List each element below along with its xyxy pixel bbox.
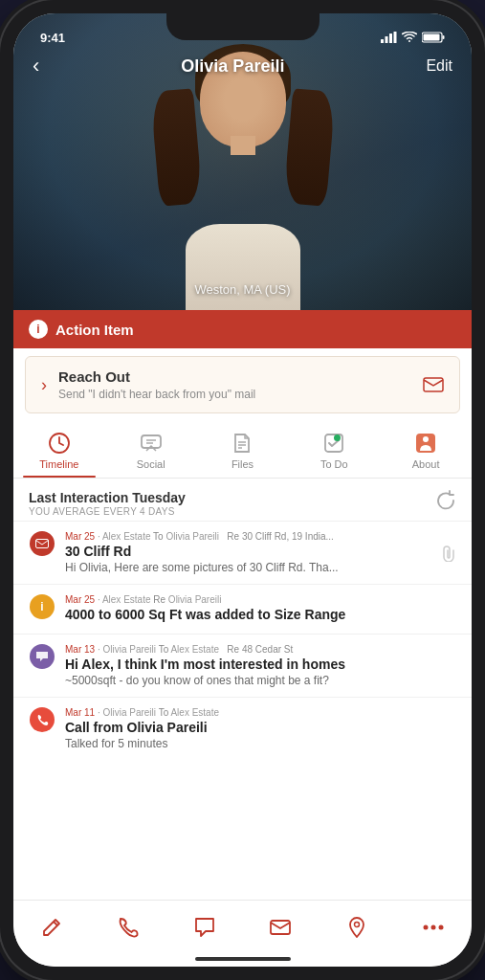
item-icon-col	[29, 707, 55, 750]
timeline-header: Last Interaction Tuesday YOU AVERAGE EVE…	[13, 479, 472, 521]
tab-social-icon	[139, 431, 164, 456]
timeline-item[interactable]: Mar 11 · Olivia Pareili To Alex Estate C…	[13, 697, 472, 760]
home-indicator	[195, 957, 291, 961]
tab-todo-icon	[321, 431, 346, 456]
hair-left	[149, 88, 202, 206]
contact-name-header: Olivia Pareili	[181, 56, 284, 77]
person-body	[186, 224, 300, 310]
message-button[interactable]	[186, 908, 224, 947]
svg-point-21	[424, 924, 429, 929]
item-meta: Mar 25 · Alex Estate To Olivia Pareili R…	[65, 531, 431, 542]
svg-rect-18	[36, 540, 49, 548]
timeline-item[interactable]: Mar 13 · Olivia Pareili To Alex Estate R…	[13, 634, 472, 697]
svg-rect-3	[394, 32, 397, 43]
item-content: Mar 25 · Alex Estate To Olivia Pareili R…	[65, 531, 431, 574]
svg-rect-2	[389, 33, 392, 43]
tab-timeline-label: Timeline	[39, 458, 78, 470]
average-frequency-label: YOU AVERAGE EVERY 4 DAYS	[29, 506, 186, 517]
item-body: Hi Olivia, Here are some pictures of 30 …	[65, 561, 431, 574]
item-body: ~5000sqft - do you know of ones that mig…	[65, 674, 456, 687]
svg-rect-5	[443, 35, 445, 39]
tab-timeline-icon	[47, 431, 72, 456]
wifi-icon	[402, 32, 417, 43]
info-icon: i	[30, 594, 55, 619]
hair-right	[282, 88, 335, 206]
svg-point-23	[439, 924, 444, 929]
item-body: Talked for 5 minutes	[65, 737, 456, 750]
tab-bar: Timeline Social	[13, 421, 472, 479]
item-meta: Mar 25 · Alex Estate Re Olivia Pareili	[65, 594, 456, 605]
svg-rect-1	[386, 36, 388, 43]
signal-icon	[381, 32, 397, 43]
item-content: Mar 13 · Olivia Pareili To Alex Estate R…	[65, 644, 456, 687]
tab-social[interactable]: Social	[105, 425, 197, 478]
tab-files[interactable]: Files	[197, 425, 289, 478]
call-button[interactable]	[109, 908, 147, 947]
tab-about[interactable]: About	[380, 425, 472, 478]
hero-nav: ‹ Olivia Pareili Edit	[13, 54, 472, 78]
attachment-icon	[441, 545, 456, 562]
timeline-item[interactable]: i Mar 25 · Alex Estate Re Olivia Pareili…	[13, 584, 472, 634]
item-icon-col	[29, 644, 55, 687]
status-icons	[381, 32, 445, 43]
status-time: 9:41	[40, 31, 65, 45]
item-content: Mar 25 · Alex Estate Re Olivia Pareili 4…	[65, 594, 456, 624]
last-interaction-label: Last Interaction Tuesday	[29, 490, 186, 505]
tab-social-label: Social	[137, 458, 165, 470]
action-mail-icon	[423, 377, 444, 392]
tab-active-indicator	[23, 476, 97, 478]
timeline-header-left: Last Interaction Tuesday YOU AVERAGE EVE…	[29, 490, 186, 517]
action-card-title: Reach Out	[58, 368, 411, 385]
tab-about-label: About	[412, 458, 440, 470]
item-meta: Mar 13 · Olivia Pareili To Alex Estate R…	[65, 644, 456, 655]
contact-location: Weston, MA (US)	[194, 282, 290, 297]
tab-todo[interactable]: To Do	[288, 425, 380, 478]
svg-point-17	[423, 436, 429, 442]
action-chevron-icon: ›	[41, 375, 47, 395]
person-neck	[231, 136, 255, 155]
hero-section: ‹ Olivia Pareili Edit Weston, MA (US)	[13, 13, 472, 310]
svg-rect-6	[424, 34, 440, 41]
svg-point-20	[355, 922, 360, 926]
refresh-button[interactable]	[435, 490, 456, 511]
action-card[interactable]: › Reach Out Send "I didn't hear back fro…	[25, 356, 460, 413]
action-card-subtitle: Send "I didn't hear back from you" mail	[58, 388, 411, 401]
hero-person	[147, 42, 339, 310]
action-card-content: Reach Out Send "I didn't hear back from …	[58, 368, 411, 401]
tab-about-icon	[413, 431, 438, 456]
action-info-icon: i	[29, 320, 48, 339]
item-icon-col	[29, 531, 55, 574]
tab-files-label: Files	[231, 458, 254, 470]
action-banner-label: Action Item	[55, 322, 134, 338]
tab-timeline[interactable]: Timeline	[13, 425, 105, 478]
tab-files-icon	[230, 431, 254, 456]
item-title: Call from Olivia Pareili	[65, 720, 456, 735]
battery-icon	[422, 32, 445, 43]
item-icon-col: i	[29, 594, 55, 624]
phone-icon	[30, 707, 55, 732]
email-button[interactable]	[261, 908, 299, 947]
svg-rect-0	[381, 39, 384, 43]
email-icon	[30, 531, 55, 556]
back-button[interactable]: ‹	[33, 54, 39, 78]
item-title: 4000 to 6000 Sq Ft was added to Size Ran…	[65, 607, 456, 622]
item-content: Mar 11 · Olivia Pareili To Alex Estate C…	[65, 707, 456, 750]
timeline-content: Last Interaction Tuesday YOU AVERAGE EVE…	[13, 479, 472, 836]
timeline-item[interactable]: Mar 25 · Alex Estate To Olivia Pareili R…	[13, 521, 472, 584]
phone-frame: 9:41	[0, 0, 485, 980]
item-meta: Mar 11 · Olivia Pareili To Alex Estate	[65, 707, 456, 718]
svg-point-22	[431, 924, 436, 929]
item-title: 30 Cliff Rd	[65, 544, 431, 559]
action-banner: i Action Item	[13, 310, 472, 348]
item-title: Hi Alex, I think I'm most interested in …	[65, 657, 456, 672]
more-button[interactable]	[414, 908, 452, 947]
tab-todo-label: To Do	[320, 458, 348, 470]
edit-button[interactable]: Edit	[426, 57, 452, 75]
location-button[interactable]	[338, 908, 376, 947]
svg-rect-7	[424, 378, 443, 391]
notch	[166, 13, 320, 40]
chat-icon	[30, 644, 55, 669]
compose-button[interactable]	[33, 908, 71, 947]
phone-screen: 9:41	[13, 13, 472, 967]
